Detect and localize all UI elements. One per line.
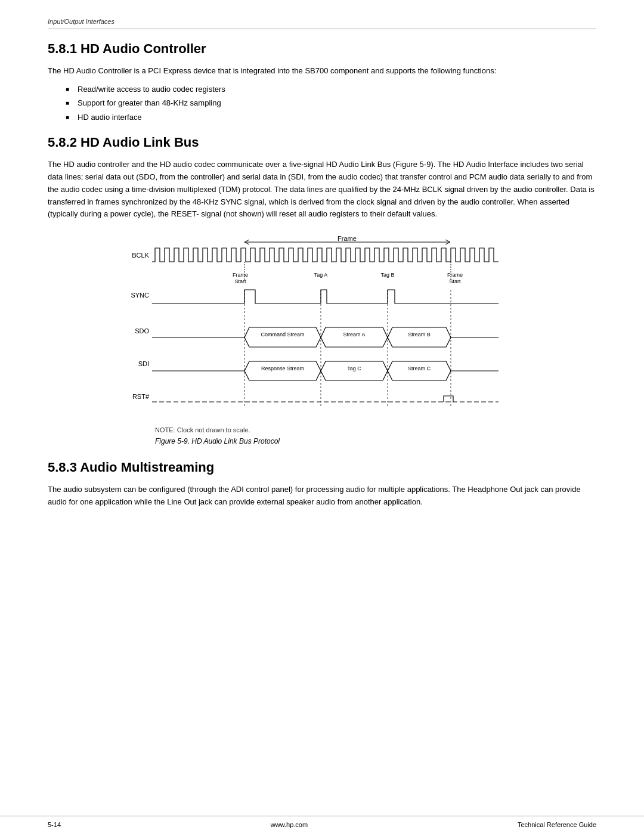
svg-line-3 (445, 240, 450, 242)
hd-audio-diagram: BCLK SYNC SDO SDI RST# Frame Fra (119, 235, 525, 420)
frame-arrow-label: Frame (338, 235, 357, 242)
footer-right: Technical Reference Guide (518, 821, 596, 828)
tag-a-label: Tag A (314, 272, 328, 278)
section-582: 5.8.2 HD Audio Link Bus The HD audio con… (48, 135, 596, 445)
heading-581: 5.8.1 HD Audio Controller (48, 41, 596, 57)
bullet-2: Support for greater than 48-KHz sampling (66, 97, 596, 109)
svg-line-2 (244, 242, 249, 244)
bclk-label: BCLK (132, 252, 149, 259)
sync-label: SYNC (131, 292, 149, 299)
footer: 5-14 www.hp.com Technical Reference Guid… (0, 816, 644, 833)
footer-center: www.hp.com (271, 821, 308, 828)
stream-a-label: Stream A (343, 332, 365, 337)
tag-b-label: Tag B (380, 272, 394, 278)
sdo-label: SDO (135, 327, 149, 335)
tag-c-label: Tag C (347, 366, 361, 371)
section-583: 5.8.3 Audio Multistreaming The audio sub… (48, 460, 596, 509)
stream-b-label: Stream B (408, 332, 431, 337)
response-stream-label: Response Stream (261, 366, 304, 371)
svg-line-4 (445, 242, 450, 244)
bullet-1: Read/write access to audio codec registe… (66, 83, 596, 95)
frame-start-2-label: Frame (447, 272, 463, 278)
heading-582: 5.8.2 HD Audio Link Bus (48, 135, 596, 150)
page-container: Input/Output Interfaces 5.8.1 HD Audio C… (0, 0, 644, 550)
sdi-label: SDI (138, 360, 149, 367)
body-582: The HD audio controller and the HD audio… (48, 159, 596, 221)
heading-583: 5.8.3 Audio Multistreaming (48, 460, 596, 475)
section-581: 5.8.1 HD Audio Controller The HD Audio C… (48, 41, 596, 123)
frame-start-1-sub: Start (234, 278, 246, 284)
breadcrumb: Input/Output Interfaces (48, 18, 596, 29)
diagram-caption: Figure 5-9. HD Audio Link Bus Protocol (155, 437, 525, 445)
stream-c-label: Stream C (408, 366, 431, 371)
rst-label: RST# (132, 393, 150, 400)
diagram-note: NOTE: Clock not drawn to scale. (155, 426, 525, 433)
svg-line-1 (244, 240, 249, 242)
footer-left: 5-14 (48, 821, 61, 828)
command-stream-label: Command Stream (261, 332, 304, 337)
body-581: The HD Audio Controller is a PCI Express… (48, 65, 596, 78)
frame-start-2-sub: Start (449, 278, 461, 284)
bullet-3: HD audio interface (66, 112, 596, 123)
body-583: The audio subsystem can be configured (t… (48, 484, 596, 509)
bullet-list-581: Read/write access to audio codec registe… (66, 83, 596, 123)
diagram-container: BCLK SYNC SDO SDI RST# Frame Fra (119, 235, 525, 445)
frame-start-1-label: Frame (233, 272, 248, 278)
